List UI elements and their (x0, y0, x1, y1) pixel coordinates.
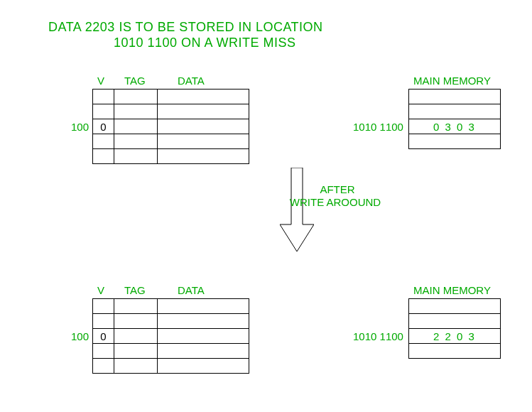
cache1-tag-r1 (114, 104, 158, 119)
cache2-data-r1 (157, 313, 249, 329)
cache2-v-r0 (92, 298, 114, 314)
cache1-tag-r3 (114, 134, 158, 149)
memory1-r2: 0 3 0 3 (408, 119, 501, 134)
arrow-label-1: AFTER (284, 183, 391, 195)
cache1-v-r4 (92, 148, 114, 164)
title-line1: DATA 2203 IS TO BE STORED IN LOCATION (48, 20, 323, 35)
memory1-heading: MAIN MEMORY (413, 75, 491, 87)
cache2-v-r3 (92, 343, 114, 359)
cache1-data-r3 (157, 134, 249, 149)
cache1-tag-r2 (114, 119, 158, 134)
title-line2: 1010 1100 ON A WRITE MISS (114, 36, 296, 50)
cache2-tag-r2 (114, 328, 158, 344)
cache1-v-r3 (92, 134, 114, 149)
cache2-v-header: V (97, 284, 104, 296)
cache1-row-index: 100 (71, 121, 89, 133)
cache1-v-r1 (92, 104, 114, 119)
cache2-tag-r4 (114, 358, 158, 374)
memory2-r3 (408, 343, 501, 359)
memory1-r0 (408, 89, 501, 104)
cache1-data-r4 (157, 148, 249, 164)
cache2-data-r0 (157, 298, 249, 314)
cache2-v-r1 (92, 313, 114, 329)
cache1-v-r0 (92, 89, 114, 104)
cache1-tag-header: TAG (124, 75, 146, 87)
cache2-data-header: DATA (178, 284, 205, 296)
cache1-data-header: DATA (178, 75, 205, 87)
cache1-tag-r0 (114, 89, 158, 104)
arrow-down-icon (280, 168, 314, 251)
cache2-data-r4 (157, 358, 249, 374)
memory1-r3 (408, 134, 501, 149)
cache2-data-r3 (157, 343, 249, 359)
cache2-tag-r0 (114, 298, 158, 314)
cache1-data-r1 (157, 104, 249, 119)
memory2-r2: 2 2 0 3 (408, 328, 501, 344)
memory2-r1 (408, 313, 501, 329)
cache1-v-r2: 0 (92, 119, 114, 134)
cache1-data-r0 (157, 89, 249, 104)
cache1-v-header: V (97, 75, 104, 87)
memory2-r0 (408, 298, 501, 314)
cache2-tag-r3 (114, 343, 158, 359)
cache1-data-r2 (157, 119, 249, 134)
cache2-data-r2 (157, 328, 249, 344)
cache2-row-index: 100 (71, 330, 89, 342)
memory1-addr: 1010 1100 (353, 121, 403, 133)
cache2-v-r4 (92, 358, 114, 374)
cache2-v-r2: 0 (92, 328, 114, 344)
arrow-label-2: WRITE AROOUND (264, 196, 406, 208)
cache2-tag-header: TAG (124, 284, 146, 296)
cache1-tag-r4 (114, 148, 158, 164)
memory1-r1 (408, 104, 501, 119)
memory2-addr: 1010 1100 (353, 330, 403, 342)
cache2-tag-r1 (114, 313, 158, 329)
memory2-heading: MAIN MEMORY (413, 284, 491, 296)
